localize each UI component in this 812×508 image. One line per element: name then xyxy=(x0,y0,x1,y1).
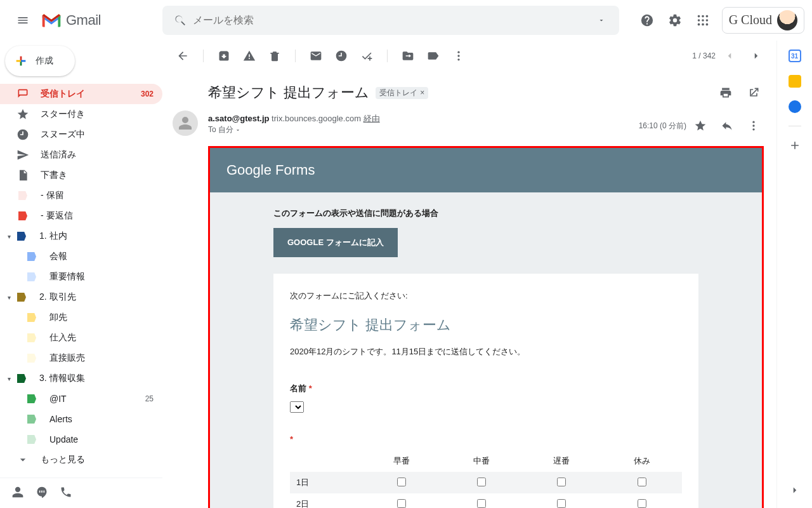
nav-more[interactable]: もっと見る xyxy=(0,450,162,470)
subject-label-chip[interactable]: 受信トレイ× xyxy=(376,87,428,99)
hangouts-icon[interactable] xyxy=(36,486,48,501)
mail-subject: 希望シフト 提出フォーム xyxy=(208,83,369,102)
spam-button[interactable] xyxy=(237,43,262,69)
print-button[interactable] xyxy=(713,80,738,105)
gmail-logo[interactable]: Gmail xyxy=(41,12,101,29)
settings-button[interactable] xyxy=(662,8,688,33)
chevron-down-icon: ▾ xyxy=(5,294,13,301)
sidebar: 作成 受信トレイ 302 スター付き スヌーズ中 送信済み 下書き - 保留 -… xyxy=(0,41,162,508)
reply-button[interactable] xyxy=(714,113,740,138)
back-button[interactable] xyxy=(170,43,195,69)
trash-icon xyxy=(268,50,281,62)
pager-next[interactable] xyxy=(743,43,769,69)
subject-row: 希望シフト 提出フォーム 受信トレイ× xyxy=(208,71,766,110)
chevron-right-icon xyxy=(750,50,762,62)
svg-point-16 xyxy=(752,121,754,123)
calendar-app-icon[interactable]: 31 xyxy=(789,50,801,62)
nav-sent[interactable]: 送信済み xyxy=(0,145,162,165)
nav-label-reply[interactable]: - 要返信 xyxy=(0,206,162,226)
search-options-button[interactable] xyxy=(589,8,614,33)
google-apps-button[interactable] xyxy=(690,8,716,33)
to-line[interactable]: To 自分 xyxy=(208,124,380,135)
label-icon xyxy=(25,311,38,324)
row-label: 2日 xyxy=(290,493,361,508)
search-input[interactable] xyxy=(193,15,589,26)
fill-in-forms-button[interactable]: GOOGLE フォームに記入 xyxy=(273,228,398,257)
tasks-app-icon[interactable] xyxy=(789,100,801,113)
delete-button[interactable] xyxy=(262,43,287,69)
mail-time: 16:10 (0 分前) xyxy=(639,121,686,131)
chevron-right-icon xyxy=(789,485,801,496)
arrow-left-icon xyxy=(176,50,189,62)
compose-button[interactable]: 作成 xyxy=(5,46,75,76)
svg-point-18 xyxy=(752,128,754,130)
shift-checkbox[interactable] xyxy=(638,499,646,508)
nav-label-supplier[interactable]: 仕入先 xyxy=(0,328,162,348)
send-icon xyxy=(16,149,29,161)
support-button[interactable] xyxy=(634,8,660,33)
nav-folder-partners[interactable]: ▾2. 取引先 xyxy=(0,287,162,307)
gmail-wordmark: Gmail xyxy=(66,12,101,29)
label-icon xyxy=(25,331,38,344)
archive-button[interactable] xyxy=(211,43,237,69)
sender-avatar[interactable] xyxy=(173,110,198,136)
nav-inbox[interactable]: 受信トレイ 302 xyxy=(0,84,162,104)
more-actions-button[interactable] xyxy=(446,43,471,69)
shift-row: 1日 xyxy=(290,472,682,493)
nav-label-update[interactable]: Update xyxy=(0,429,162,450)
nav-starred[interactable]: スター付き xyxy=(0,104,162,124)
nav-folder-internal[interactable]: ▾1. 社内 xyxy=(0,226,162,246)
star-toggle[interactable] xyxy=(688,113,713,138)
label-icon xyxy=(15,230,28,243)
svg-point-0 xyxy=(697,15,700,17)
open-new-window-button[interactable] xyxy=(741,80,766,105)
nav-label-wholesale[interactable]: 卸先 xyxy=(0,307,162,328)
nav-label-kaiho[interactable]: 会報 xyxy=(0,246,162,267)
get-addons-button[interactable] xyxy=(789,139,801,152)
nav-label-direct[interactable]: 直接販売 xyxy=(0,348,162,368)
phone-icon[interactable] xyxy=(60,486,72,501)
keep-app-icon[interactable] xyxy=(789,75,801,88)
shift-checkbox[interactable] xyxy=(397,478,406,486)
nav-label-alerts[interactable]: Alerts xyxy=(0,409,162,429)
chevron-down-icon xyxy=(16,453,29,466)
pager-text: 1 / 342 xyxy=(692,51,716,60)
account-chip[interactable]: G Cloud xyxy=(722,7,804,34)
nav-folder-research[interactable]: ▾3. 情報収集 xyxy=(0,368,162,389)
mark-unread-button[interactable] xyxy=(303,43,329,69)
side-panel-toggle[interactable] xyxy=(785,480,805,500)
nav-drafts[interactable]: 下書き xyxy=(0,165,162,185)
shift-checkbox[interactable] xyxy=(397,499,406,508)
shift-checkbox[interactable] xyxy=(477,499,486,508)
mail-meta: a.sato@gtest.jp trix.bounces.google.com … xyxy=(208,110,766,146)
chevron-down-icon: ▾ xyxy=(5,375,13,382)
mail-icon xyxy=(310,50,322,62)
nav-label-hold[interactable]: - 保留 xyxy=(0,185,162,206)
shift-checkbox[interactable] xyxy=(477,478,486,486)
nav-label-atit[interactable]: @IT25 xyxy=(0,389,162,409)
nav-label-important-info[interactable]: 重要情報 xyxy=(0,267,162,287)
move-to-button[interactable] xyxy=(395,43,421,69)
search-icon[interactable] xyxy=(167,8,193,33)
sender-address[interactable]: a.sato@gtest.jp xyxy=(208,114,269,123)
main-menu-button[interactable] xyxy=(8,5,38,36)
add-task-button[interactable] xyxy=(354,43,379,69)
chip-remove-icon[interactable]: × xyxy=(420,88,424,97)
labels-button[interactable] xyxy=(421,43,446,69)
shift-checkbox[interactable] xyxy=(557,478,566,486)
search-bar[interactable] xyxy=(162,6,619,35)
pager-prev[interactable] xyxy=(717,43,742,69)
google-forms-logo: Google Forms xyxy=(226,162,315,178)
contacts-icon[interactable] xyxy=(11,486,24,501)
shift-checkbox[interactable] xyxy=(557,499,566,508)
label-icon xyxy=(25,250,38,263)
name-select[interactable] xyxy=(290,401,304,413)
inbox-count: 302 xyxy=(141,90,154,98)
archive-icon xyxy=(218,50,230,62)
mail-more-button[interactable] xyxy=(741,113,766,138)
shift-checkbox[interactable] xyxy=(638,478,646,486)
nav-snoozed[interactable]: スヌーズ中 xyxy=(0,124,162,145)
col-off: 休み xyxy=(602,450,682,472)
snooze-button[interactable] xyxy=(329,43,354,69)
google-forms-header: Google Forms xyxy=(210,148,762,192)
